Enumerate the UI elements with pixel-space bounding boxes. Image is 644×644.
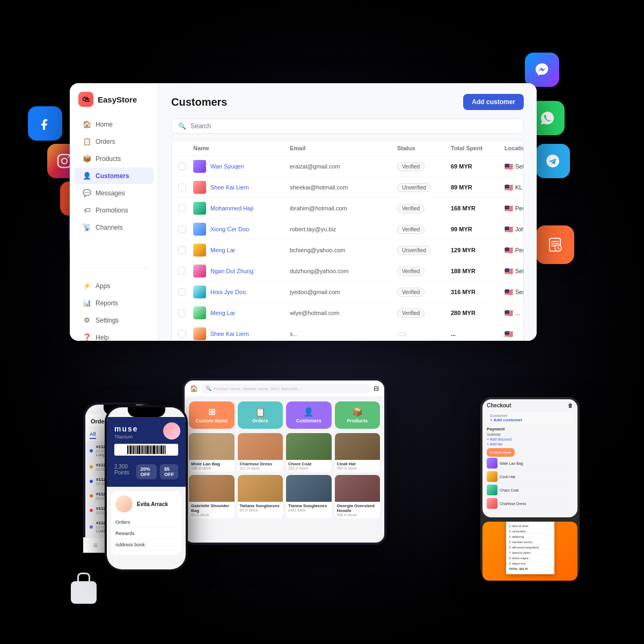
customer-email: dulzhung@yahoo.com [290, 268, 397, 274]
sidebar-label-messages: Messages [96, 189, 125, 197]
sidebar-item-help[interactable]: ❓ Help [74, 329, 153, 341]
sidebar-item-channels[interactable]: 📡 Channels [74, 219, 153, 236]
customer-name-cell: Shee Kai Liem [193, 181, 290, 194]
table-row[interactable]: Wan Syuqeri eraizal@gmail.com Verified 6… [172, 156, 523, 177]
profile-menu-orders[interactable]: Orders [115, 517, 177, 528]
row-checkbox[interactable] [178, 267, 186, 275]
messenger-icon[interactable] [525, 53, 559, 87]
sidebar-item-messages[interactable]: 💬 Messages [74, 185, 153, 201]
product-card[interactable]: Chore Coat 162 in stock [286, 433, 332, 472]
coupon-2[interactable]: $5 OFF [160, 464, 178, 479]
avatar [193, 286, 206, 298]
pos-add-customer[interactable]: + Add customer [490, 418, 570, 422]
sidebar-label-help: Help [96, 334, 109, 341]
profile-user-info: Evita Arrack [137, 501, 168, 507]
product-card[interactable]: Mixie Lao Bag 196 in stock [189, 433, 235, 472]
product-image [189, 475, 235, 502]
location-cell: 🇲🇾Selangor [504, 163, 524, 171]
table-row[interactable]: Shee Kai Liem s... ... 🇲🇾 [172, 324, 523, 341]
header-location: Location [504, 145, 524, 151]
product-card[interactable]: Georgia Oversized Hoodie 596 in stock [335, 475, 380, 518]
pos-trash-icon[interactable]: 🗑 [568, 402, 573, 408]
tablet-top-bar: 🏠 🔍 Product name, Variant name, SKU, Bar… [185, 380, 384, 397]
customer-email: jyedoo@gmail.com [290, 289, 397, 295]
pos-spacer [516, 448, 573, 457]
table-row[interactable]: Mohammed Haji ibrahim@hotmail.com Verifi… [172, 198, 523, 219]
table-row[interactable]: Hooi Jye Doo jyedoo@gmail.com Verified 3… [172, 282, 523, 303]
sidebar-item-home[interactable]: 🏠 Home [74, 116, 153, 133]
svg-point-1 [62, 158, 67, 164]
profile-menu-address[interactable]: Address book [115, 539, 177, 551]
customer-name-text: Mohammed Haji [210, 205, 253, 211]
row-checkbox[interactable] [178, 184, 186, 191]
status-badge: Verified [397, 288, 451, 297]
row-checkbox[interactable] [178, 225, 186, 233]
customer-name-text: Hooi Jye Doo [210, 289, 246, 295]
pos-tile-customers[interactable]: 👤 Customers [286, 401, 332, 429]
product-stock: 83 in stock [191, 513, 232, 517]
customer-name-cell: Meng Lar [193, 244, 290, 257]
phone-profile: muse Titanium [105, 405, 188, 572]
row-checkbox[interactable] [178, 309, 186, 317]
customer-email: wlye@hotmail.com [290, 310, 397, 316]
sidebar-item-settings[interactable]: ⚙ Settings [74, 312, 153, 328]
row-checkbox[interactable] [178, 163, 186, 170]
product-name: Mixie Lao Bag [191, 462, 232, 466]
tab-all[interactable]: All [90, 430, 96, 439]
pos-tile-orders[interactable]: 📋 Orders [238, 401, 283, 429]
sidebar-item-products[interactable]: 📦 Products [74, 150, 153, 167]
product-info: Mixie Lao Bag 196 in stock [189, 460, 235, 472]
sidebar-item-customers[interactable]: 👤 Customers [74, 167, 153, 184]
location-cell: 🇲🇾... [504, 309, 524, 317]
table-row[interactable]: Xiong Cer Doo robert.tay@yu.biz Verified… [172, 219, 523, 240]
row-checkbox[interactable] [178, 330, 186, 338]
header-name: Name [193, 145, 290, 151]
order-status-dot [90, 465, 93, 469]
product-card[interactable]: Cindi Hat 593 in stock [335, 433, 380, 472]
telegram-icon[interactable] [536, 144, 570, 178]
tablet-filter-icon[interactable]: ⊟ [374, 385, 379, 392]
row-checkbox[interactable] [178, 246, 186, 254]
customer-email: bchieng@yahoo.com [290, 247, 397, 253]
sidebar-item-apps[interactable]: ⚡ Apps [74, 277, 153, 294]
facebook-icon[interactable] [28, 106, 62, 141]
coupon-1[interactable]: 20% OFF [136, 464, 157, 479]
pos-tile-custom[interactable]: ⊞ Custom Items [189, 401, 235, 429]
product-card[interactable]: Gabrielle Shoulder Bag 83 in stock [189, 475, 235, 518]
search-input[interactable] [191, 122, 517, 130]
pos-item-grid: Custom items [487, 448, 573, 457]
tablet-home-icon[interactable]: 🏠 [190, 385, 198, 392]
order-status-dot [90, 494, 93, 497]
pos-tile-label-products: Products [347, 418, 368, 423]
sidebar-item-reports[interactable]: 📊 Reports [74, 295, 153, 311]
pos-add-discount[interactable]: + Add discount [487, 437, 511, 441]
header-checkbox [178, 145, 193, 151]
billing-icon[interactable] [536, 225, 574, 264]
sidebar-item-promotions[interactable]: 🏷 Promotions [74, 202, 153, 218]
pos-add-tax[interactable]: + Add tax [487, 442, 502, 446]
profile-menu-rewards[interactable]: Rewards [115, 528, 177, 539]
sidebar-nav: 🏠 Home 📋 Orders 📦 Products 👤 Customers 💬… [70, 116, 158, 236]
table-row[interactable]: Meng Lar bchieng@yahoo.com Unverified 12… [172, 240, 523, 261]
sidebar-item-orders[interactable]: 📋 Orders [74, 133, 153, 150]
pos-category-grid: ⊞ Custom Items 📋 Orders 👤 Customers 📦 Pr… [185, 397, 384, 433]
pos-item-row: Cindi Hat [487, 470, 573, 484]
profile-name: Evita Arrack [137, 501, 168, 507]
product-card[interactable]: Charlisse Dress 321 in stock [238, 433, 283, 472]
product-card[interactable]: Tianna Sunglasses 2491 back [286, 475, 332, 518]
profile-avatar [115, 495, 133, 513]
table-row[interactable]: Meng Lar wlye@hotmail.com Verified 280 M… [172, 303, 523, 324]
product-card[interactable]: Tatiana Sunglasses 93 in stock [238, 475, 283, 518]
table-row[interactable]: Shee Kai Liem sheekai@hotmail.com Unveri… [172, 177, 523, 198]
pos-tile-products[interactable]: 📦 Products [335, 401, 380, 429]
table-row[interactable]: Ngan Dul Zhung dulzhung@yahoo.com Verifi… [172, 261, 523, 282]
row-checkbox[interactable] [178, 204, 186, 212]
home-nav-icon[interactable]: ≡ [93, 541, 97, 550]
pos-tile-label-orders: Orders [252, 418, 268, 423]
pos-custom-tile[interactable]: Custom items [487, 448, 515, 457]
status-badge: Unverified [397, 183, 451, 192]
apps-icon: ⚡ [83, 282, 91, 290]
add-customer-button[interactable]: Add customer [463, 94, 524, 110]
row-checkbox[interactable] [178, 288, 186, 296]
customer-name-text: Wan Syuqeri [210, 163, 244, 170]
